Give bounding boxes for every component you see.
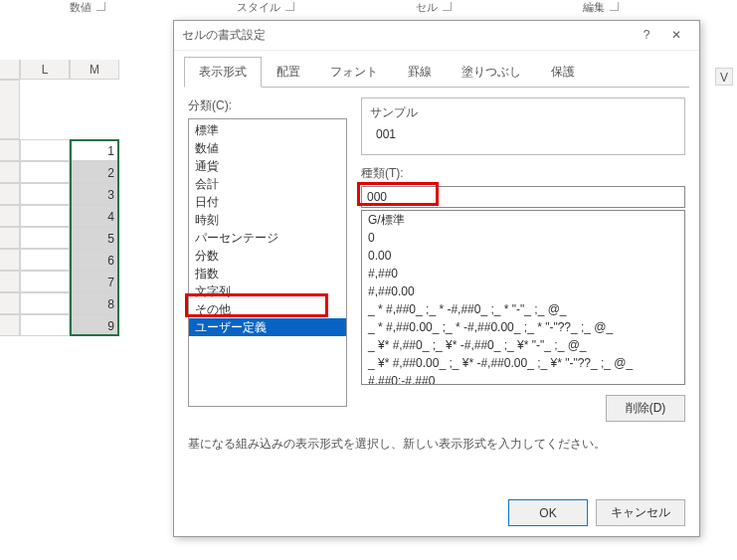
close-icon: ✕	[671, 28, 681, 42]
hint-text: 基になる組み込みの表示形式を選択し、新しい表示形式を入力してください。	[188, 436, 685, 453]
format-listbox[interactable]: G/標準 0 0.00 #,##0 #,##0.00 _ * #,##0_ ;_…	[361, 210, 685, 385]
sample-label: サンプル	[370, 104, 676, 121]
table-row: 2	[0, 161, 179, 183]
list-item[interactable]: _ ¥* #,##0.00_ ;_ ¥* -#,##0.00_ ;_ ¥* "-…	[362, 354, 684, 372]
cell-M-4[interactable]: 4	[70, 205, 119, 227]
list-item[interactable]: パーセンテージ	[189, 229, 346, 247]
list-item[interactable]: _ * #,##0.00_ ;_ * -#,##0.00_ ;_ * "-"??…	[362, 318, 684, 336]
cancel-button[interactable]: キャンセル	[596, 499, 685, 526]
column-headers: L M	[0, 60, 179, 80]
list-item[interactable]: #,##0	[362, 265, 684, 282]
table-row: 9	[0, 314, 179, 336]
col-header-L[interactable]: L	[20, 60, 70, 80]
table-row: 1	[0, 139, 179, 161]
list-item[interactable]: 0	[362, 229, 684, 247]
table-row: 8	[0, 292, 179, 314]
ribbon: 数値 スタイル セル 編集	[0, 0, 737, 18]
ribbon-group-number: 数値	[70, 0, 92, 15]
tab-border[interactable]: 罫線	[393, 57, 447, 88]
list-item[interactable]: 文字列	[189, 282, 346, 300]
ribbon-group-cell: セル	[416, 0, 438, 15]
cell-M-2[interactable]: 2	[70, 161, 119, 183]
cell-M-7[interactable]: 7	[70, 271, 119, 292]
cell-M-6[interactable]: 6	[70, 249, 119, 271]
list-item[interactable]: 日付	[189, 193, 346, 211]
list-item[interactable]: 通貨	[189, 157, 346, 175]
list-item[interactable]: 数値	[189, 139, 346, 157]
tab-strip: 表示形式 配置 フォント 罫線 塗りつぶし 保護	[174, 51, 699, 88]
table-row: 7	[0, 271, 179, 292]
table-row: 5	[0, 227, 179, 249]
tab-alignment[interactable]: 配置	[262, 57, 315, 88]
sample-value: 001	[370, 127, 676, 141]
format-cells-dialog: セルの書式設定 ? ✕ 表示形式 配置 フォント 罫線 塗りつぶし 保護 分類(…	[173, 20, 700, 537]
list-item[interactable]: _ * #,##0_ ;_ * -#,##0_ ;_ * "-"_ ;_ @_	[362, 300, 684, 318]
corner-cell[interactable]	[0, 60, 20, 80]
list-item[interactable]: 指数	[189, 265, 346, 282]
cell-M-9[interactable]: 9	[70, 314, 119, 336]
list-item[interactable]: #,##0.00	[362, 282, 684, 300]
list-item[interactable]: 分数	[189, 247, 346, 265]
help-button[interactable]: ?	[632, 23, 661, 49]
table-row: 3	[0, 183, 179, 205]
table-row: 4	[0, 205, 179, 227]
spreadsheet: L M 1 2 3 4 5 6 7 8 9	[0, 60, 179, 336]
list-item[interactable]: #,##0;-#,##0	[362, 372, 684, 385]
list-item[interactable]: 0.00	[362, 247, 684, 265]
category-label: 分類(C):	[188, 97, 347, 114]
tab-font[interactable]: フォント	[315, 57, 393, 88]
ribbon-group-style: スタイル	[237, 0, 280, 15]
ribbon-group-edit: 編集	[583, 0, 605, 15]
sample-box: サンプル 001	[361, 97, 685, 155]
cell-M-8[interactable]: 8	[70, 292, 119, 314]
titlebar: セルの書式設定 ? ✕	[174, 21, 699, 51]
list-item[interactable]: その他	[189, 300, 346, 318]
dialog-content: 分類(C): 標準 数値 通貨 会計 日付 時刻 パーセンテージ 分数 指数 文…	[174, 88, 699, 489]
cell-M-3[interactable]: 3	[70, 183, 119, 205]
cell-M-5[interactable]: 5	[70, 227, 119, 249]
close-button[interactable]: ✕	[661, 23, 691, 49]
ok-button[interactable]: OK	[508, 499, 588, 526]
tab-protection[interactable]: 保護	[536, 57, 590, 88]
list-item[interactable]: 標準	[189, 121, 346, 139]
tab-fill[interactable]: 塗りつぶし	[447, 57, 536, 88]
col-header-M[interactable]: M	[70, 60, 119, 80]
cell-M-1[interactable]: 1	[70, 139, 119, 161]
dialog-title: セルの書式設定	[182, 27, 632, 44]
list-item[interactable]: _ ¥* #,##0_ ;_ ¥* -#,##0_ ;_ ¥* "-"_ ;_ …	[362, 336, 684, 354]
dialog-buttons: OK キャンセル	[174, 489, 699, 536]
table-row: 6	[0, 249, 179, 271]
list-item[interactable]: 時刻	[189, 211, 346, 229]
list-item[interactable]: G/標準	[362, 211, 684, 229]
rows: 1 2 3 4 5 6 7 8 9	[0, 80, 179, 336]
delete-button[interactable]: 削除(D)	[606, 395, 685, 422]
list-item[interactable]: 会計	[189, 175, 346, 193]
type-input[interactable]	[361, 186, 685, 208]
category-listbox[interactable]: 標準 数値 通貨 会計 日付 時刻 パーセンテージ 分数 指数 文字列 その他 …	[188, 118, 347, 407]
col-header-V[interactable]: V	[715, 68, 733, 86]
list-item-user-defined[interactable]: ユーザー定義	[189, 318, 346, 336]
type-label: 種類(T):	[361, 165, 685, 182]
tab-number-format[interactable]: 表示形式	[184, 57, 262, 88]
